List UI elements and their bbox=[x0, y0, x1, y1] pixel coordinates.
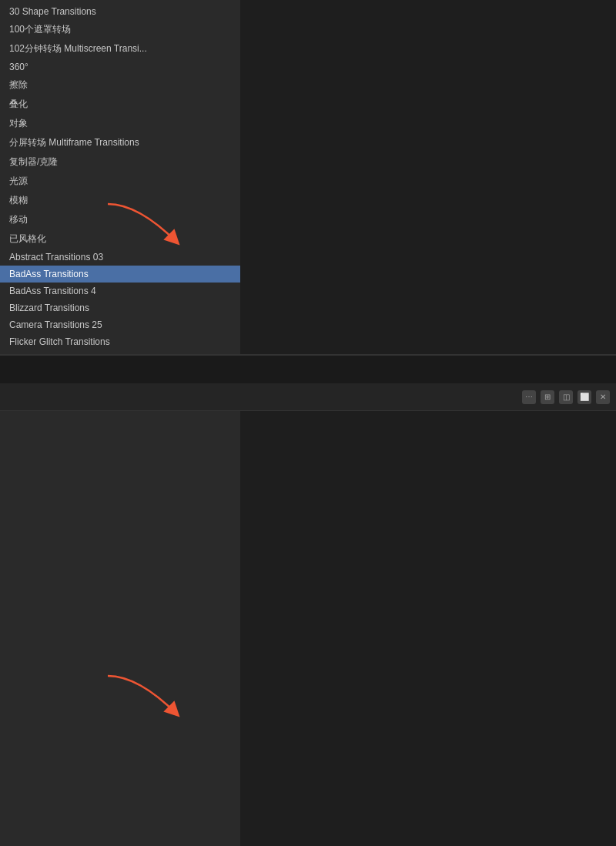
bottom-sidebar: 效果 ▾ bbox=[0, 383, 240, 846]
timeline-bar: ⋯ ⊞ ◫ ⬜ ✕ bbox=[0, 383, 616, 411]
top-sidebar-item[interactable]: 光源 bbox=[0, 172, 240, 191]
top-sidebar-item[interactable]: 复制器/克隆 bbox=[0, 152, 240, 172]
top-sidebar-item[interactable]: 对象 bbox=[0, 114, 240, 133]
top-sidebar-item[interactable]: 叠化 bbox=[0, 95, 240, 114]
timeline-icon-2[interactable]: ⊞ bbox=[541, 390, 554, 404]
timeline-icon-5[interactable]: ✕ bbox=[596, 390, 610, 404]
top-sidebar-item[interactable]: 100个遮罩转场 bbox=[0, 20, 240, 39]
top-sidebar-item[interactable]: 30 Shape Transitions bbox=[0, 3, 240, 20]
top-sidebar-item[interactable]: BadAss Transitions bbox=[0, 266, 240, 283]
top-sidebar-item[interactable]: Flicker Glitch Transitions bbox=[0, 333, 240, 350]
timeline-icon-3[interactable]: ◫ bbox=[559, 390, 573, 404]
top-sidebar-item[interactable]: BadAss Transitions 4 bbox=[0, 283, 240, 299]
top-sidebar-item[interactable]: 移动 bbox=[0, 210, 240, 229]
top-sidebar-item[interactable]: 102分钟转场 Multiscreen Transi... bbox=[0, 39, 240, 59]
top-sidebar-item[interactable]: 360° bbox=[0, 59, 240, 75]
top-content-area bbox=[240, 0, 616, 354]
bottom-content-area bbox=[240, 383, 616, 846]
top-sidebar-item[interactable]: Blizzard Transitions bbox=[0, 299, 240, 316]
timeline-icon-4[interactable]: ⬜ bbox=[578, 390, 591, 404]
top-sidebar-item[interactable]: 已风格化 bbox=[0, 229, 240, 249]
top-sidebar-item[interactable]: Glitch Mask Transitions bbox=[0, 350, 240, 354]
timeline-icons: ⋯ ⊞ ◫ ⬜ ✕ bbox=[522, 390, 610, 404]
top-sidebar-item[interactable]: Abstract Transitions 03 bbox=[0, 249, 240, 266]
top-sidebar-item[interactable]: 擦除 bbox=[0, 75, 240, 95]
top-sidebar-item[interactable]: Camera Transitions 25 bbox=[0, 316, 240, 333]
top-sidebar-item[interactable]: 分屏转场 Multiframe Transitions bbox=[0, 133, 240, 152]
timeline-icon-1[interactable]: ⋯ bbox=[522, 390, 536, 404]
top-sidebar: 30 Shape Transitions100个遮罩转场102分钟转场 Mult… bbox=[0, 0, 240, 354]
top-sidebar-item[interactable]: 模糊 bbox=[0, 191, 240, 210]
